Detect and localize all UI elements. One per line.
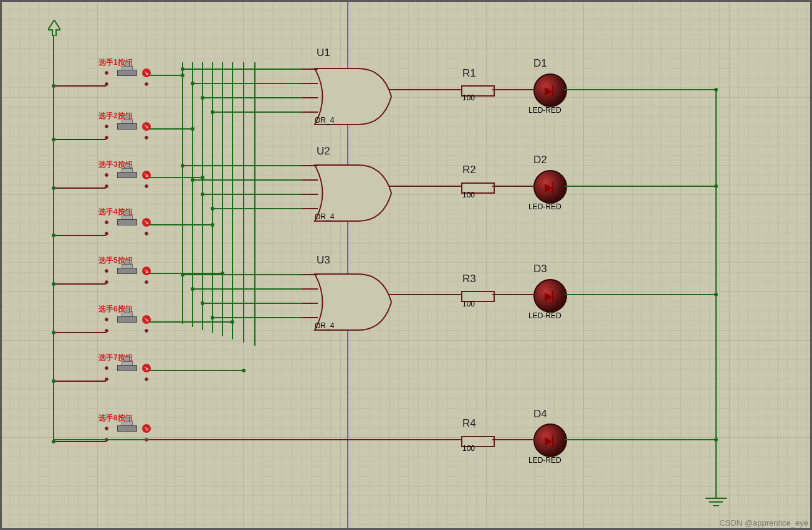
wire [302,83,318,84]
gate-U3-part: OR_4 [315,321,334,330]
wire [53,187,106,189]
led-D2-part: LED-RED [528,202,561,211]
junction [52,84,55,88]
led-D1-ref: D1 [533,57,547,70]
led-D4[interactable] [533,424,567,457]
wire [182,165,302,166]
wire [182,62,183,324]
button-7[interactable]: ↘ [105,362,148,381]
button-5[interactable]: ↘ [105,265,148,284]
wire [232,62,233,339]
led-D3-part: LED-RED [528,311,561,320]
resistor-R3-ref: R3 [462,273,476,285]
wire [302,97,318,98]
junction [181,164,184,168]
junction [201,96,204,100]
resistor-R3-value: 100 [462,300,475,308]
wire [212,208,302,209]
resistor-R4-value: 100 [462,444,475,453]
wire [492,186,535,187]
junction [242,369,246,372]
wire [243,62,244,343]
wire [212,317,302,318]
wire [302,303,318,304]
junction [211,316,214,319]
wire [565,186,717,187]
resistor-R1-ref: R1 [462,67,476,80]
led-D3[interactable] [533,279,567,313]
resistor-R2-value: 100 [462,191,475,199]
button-6[interactable]: ↘ [105,314,148,333]
button-2[interactable]: ↘ [105,121,148,140]
led-D4-ref: D4 [533,408,547,420]
wire [212,62,213,333]
resistor-R2-ref: R2 [462,164,476,176]
junction [181,67,184,71]
junction [191,127,194,131]
led-D2[interactable] [533,170,567,204]
wire [492,89,535,90]
wire [182,274,302,275]
led-D4-part: LED-RED [528,456,561,465]
led-D3-ref: D3 [533,263,547,275]
wire [302,111,318,113]
resistor-R1-value: 100 [462,93,475,102]
wire [53,235,106,236]
junction [191,82,194,85]
schematic-canvas: 选手1按钮 ↘ 选手2按钮 ↘ 选手3按钮 ↘ 选手4按钮 [0,0,812,530]
wire [150,75,182,76]
ground-icon [703,492,729,511]
led-D1[interactable] [533,73,567,107]
junction [52,331,55,334]
actuator-icon[interactable]: ↘ [142,424,151,433]
junction [52,379,55,383]
junction [52,234,55,237]
button-1[interactable]: ↘ [105,67,148,86]
gate-U1-part: OR_4 [315,116,334,125]
button-3[interactable]: ↘ [105,169,148,188]
wire [53,85,106,87]
wire [150,321,232,323]
wire [302,274,318,275]
junction [714,88,718,92]
junction [52,282,55,286]
wire [222,62,223,336]
gnd-bus [715,88,717,493]
junction [201,192,204,196]
wire [202,62,203,330]
junction [52,138,55,141]
wire [53,381,106,382]
watermark: CSDN @apprentice_eye [719,518,808,528]
wire [182,69,302,70]
wire [53,332,106,333]
junction [201,301,204,305]
wire [302,317,318,318]
wire [302,179,318,181]
wire [53,441,106,442]
wire [53,439,150,440]
junction [181,73,184,77]
led-D2-ref: D2 [533,154,547,166]
junction [714,184,718,188]
wire [192,179,302,181]
junction [714,293,718,296]
wire [150,370,243,371]
wire [302,165,318,166]
button-4[interactable]: ↘ [105,217,148,235]
wire [492,439,535,440]
junction [191,287,194,291]
wire [202,97,302,98]
wire [389,89,461,90]
wire [212,111,302,113]
wire [302,288,318,290]
junction [191,178,194,182]
wire [150,128,192,130]
wire [192,83,302,84]
wire [302,69,318,70]
junction [52,186,55,190]
junction [211,207,214,211]
wire [565,439,717,440]
gate-U2-part: OR_4 [315,212,334,221]
wire [150,224,212,225]
junction [231,320,234,324]
